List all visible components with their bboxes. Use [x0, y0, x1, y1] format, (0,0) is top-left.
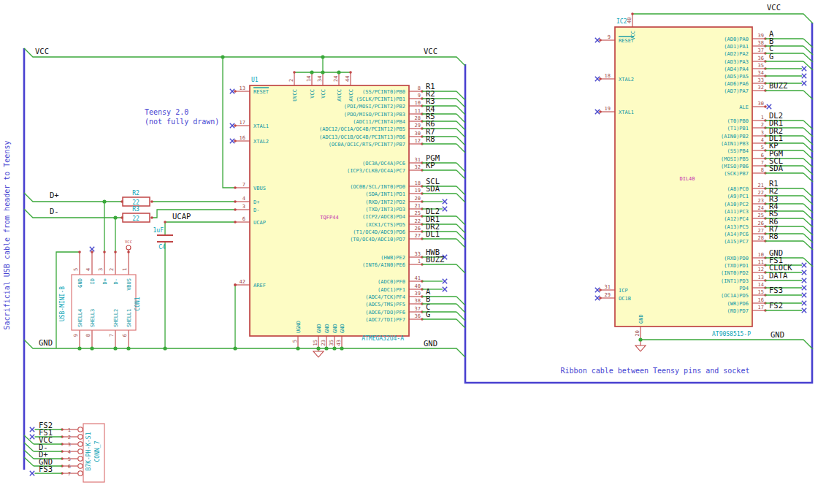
pin-end-dot: [234, 186, 237, 189]
net-label-dplus[interactable]: D+: [50, 191, 59, 199]
bus-entry[interactable]: [24, 443, 34, 451]
net-label[interactable]: SDA: [426, 184, 440, 193]
net-label[interactable]: KP: [426, 161, 435, 169]
bus-entry[interactable]: [456, 99, 465, 107]
pin-name: (AD4)PA4: [724, 66, 749, 72]
pin-number: 30: [758, 101, 764, 107]
pin-name: (ADC13/OC1B/OC4B/PCINT13)PB6: [319, 134, 405, 140]
pin-number: 28: [415, 115, 421, 121]
bus-entry[interactable]: [456, 137, 465, 145]
net-label-vcc[interactable]: VCC: [767, 3, 781, 12]
bus-entry[interactable]: [24, 450, 34, 459]
bus-entry[interactable]: [456, 304, 465, 313]
pin-name: (A12)PC4: [724, 216, 749, 222]
net-label-vcc[interactable]: VCC: [424, 47, 437, 56]
net-label[interactable]: FS3: [39, 465, 53, 473]
pin-name: PD4: [739, 286, 749, 291]
junction-dot: [332, 346, 336, 350]
pin-number: 44: [345, 76, 351, 82]
bus-entry[interactable]: [456, 216, 465, 225]
net-label-vcc[interactable]: VCC: [35, 47, 49, 56]
bus-entry[interactable]: [456, 170, 465, 179]
pin-name: (SS/PCINT0)PB0: [362, 89, 405, 95]
net-label[interactable]: SDA: [769, 164, 784, 172]
bus-entry[interactable]: [456, 297, 465, 305]
capacitor-c4-plates[interactable]: [157, 235, 173, 242]
net-label[interactable]: BUZZ: [769, 81, 787, 90]
pin-number: 23: [321, 340, 326, 345]
pin-name: (AD1)PA1: [724, 44, 749, 50]
r2-reference: R2: [132, 190, 139, 196]
pin-number: 14: [758, 282, 764, 288]
u1-value: TQFP44: [320, 215, 338, 221]
junction-dot: [102, 199, 106, 203]
pin-number: 8: [85, 334, 91, 337]
net-label[interactable]: R8: [426, 134, 435, 143]
bus-entry[interactable]: [456, 106, 465, 115]
vcc-symbol-label: VCC: [125, 240, 132, 244]
connector-pin-circle: [78, 449, 83, 454]
pin-name: XTAL1: [619, 110, 634, 115]
pin-number: 35: [329, 340, 334, 345]
pin-number: 5: [292, 340, 298, 343]
pin-number: 14: [306, 76, 312, 82]
bus-entry[interactable]: [456, 264, 465, 273]
net-label[interactable]: BUZZ: [426, 255, 444, 264]
bus-entry[interactable]: [456, 239, 465, 248]
junction-dot: [321, 55, 324, 58]
pin-name: AVCC: [337, 89, 343, 102]
pin-name: VCC: [630, 31, 636, 40]
bus-entry[interactable]: [456, 312, 465, 321]
gnd-symbol-icon: [313, 345, 646, 357]
net-label[interactable]: G: [769, 52, 773, 61]
pin-name: ID: [90, 278, 96, 284]
net-label[interactable]: FS3: [769, 286, 783, 294]
bus-entry[interactable]: [456, 163, 465, 172]
bus-entry[interactable]: [456, 121, 465, 130]
bus-entry[interactable]: [456, 129, 465, 137]
net-label[interactable]: G: [426, 310, 430, 318]
net-label[interactable]: FS2: [769, 301, 783, 310]
pin-name: (SCK)PB7: [724, 171, 749, 177]
pin-name: ALE: [739, 104, 749, 110]
net-label[interactable]: DL1: [426, 229, 440, 238]
net-label-gnd[interactable]: GND: [424, 339, 437, 348]
bus-entry[interactable]: [456, 194, 465, 202]
junction-dot: [310, 70, 313, 74]
bus-entry[interactable]: [456, 144, 465, 153]
pin-name: (ICP2/ADC8)PD4: [362, 214, 405, 220]
bus-entry[interactable]: [456, 114, 465, 123]
pin-number: 42: [240, 279, 245, 285]
net-label-gnd[interactable]: GND: [39, 338, 53, 347]
pin-number: 36: [415, 313, 421, 319]
pin-name: GND: [77, 278, 83, 288]
net-label-gnd[interactable]: GND: [770, 330, 784, 339]
c4-reference: C4: [158, 244, 166, 251]
pin-number: 29: [605, 292, 611, 298]
bus-entry[interactable]: [24, 457, 34, 466]
net-label[interactable]: R8: [769, 232, 779, 240]
bus-entry[interactable]: [456, 319, 465, 328]
bus-entry[interactable]: [456, 91, 465, 100]
pin-name: GND: [324, 324, 330, 333]
pin-number: 20: [635, 330, 640, 336]
pin-number: 22: [415, 218, 421, 224]
pin-name: ICP: [619, 288, 628, 294]
bus-entry[interactable]: [456, 186, 465, 195]
pin-name: (RD)PD7: [727, 308, 749, 314]
net-label[interactable]: DATA: [769, 271, 788, 280]
pin-name: (A11)PC3: [724, 209, 749, 215]
net-label-dminus[interactable]: D-: [50, 207, 59, 215]
pin-name: RESET: [253, 89, 269, 95]
pin-name: (SDA/INT1)PD1: [365, 191, 405, 197]
pin-name: (RXD/INT2)PD2: [365, 199, 405, 205]
net-label-ucap[interactable]: UCAP: [172, 212, 191, 221]
bus-entry[interactable]: [456, 224, 465, 233]
schematic-canvas: VCC VCC GND GND D+ D- UCAP VCC GND U1 TQ…: [0, 0, 826, 504]
pin-number: 3: [98, 268, 104, 271]
bus-entry[interactable]: [456, 232, 465, 240]
conn7-value: B7K-PH-K-S1: [85, 432, 92, 470]
pin-name: (AD7)PA7: [724, 88, 749, 94]
pin-name: (WR)PD6: [727, 301, 749, 307]
pin-number: 35: [758, 63, 764, 69]
